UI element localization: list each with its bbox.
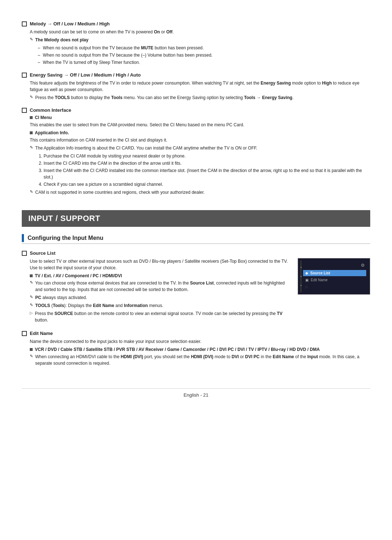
edit-name-sub-label: VCR / DVD / Cable STB / Satellite STB / … [35, 347, 320, 352]
source-note-2-icon: ✎ [30, 295, 33, 299]
app-info-subheading: Application Info. [30, 130, 370, 135]
melody-bullet-2: When no sound is output from the TV beca… [38, 52, 370, 58]
app-info-note-icon: ✎ [30, 145, 33, 150]
source-note-3: ✎ TOOLS (Tools): Displays the Edit Name … [30, 302, 290, 309]
melody-bullet-1: When no sound is output from the TV beca… [38, 45, 370, 51]
app-info-note: ✎ The Application Info inserting is abou… [30, 145, 370, 151]
source-press-text: Press the SOURCE button on the remote co… [35, 310, 290, 323]
ci-menu-subheading: CI Menu [30, 115, 370, 120]
tv-ext-subheading: TV / Ext. / AV / Component / PC / HDMI/D… [30, 273, 290, 278]
app-info-step-2: Insert the CI CARD into the CAM in the d… [44, 160, 370, 167]
page-footer: English - 21 [22, 388, 370, 398]
energy-saving-note-text: Press the TOOLS button to display the To… [35, 94, 294, 101]
melody-heading: Melody → Off / Low / Medium / High [22, 21, 370, 26]
energy-saving-label: Energy Saving → Off / Low / Medium / Hig… [30, 72, 141, 78]
app-info-body: This contains information on CAM inserte… [30, 137, 370, 143]
source-note-3-icon: ✎ [30, 303, 33, 307]
energy-saving-note-icon: ✎ [30, 95, 33, 99]
tv-ext-label: TV / Ext. / AV / Component / PC / HDMI/D… [35, 273, 122, 278]
source-note-1-text: You can choose only those external devic… [35, 280, 290, 293]
tv-ext-square-icon [30, 274, 33, 277]
sl-edit-name-icon: ▣ [305, 278, 309, 282]
sl-rows: ⚙ ◈ Source List ▣ Edit Name □ [302, 261, 368, 292]
source-list-checkbox-icon [22, 251, 27, 256]
melody-label: Melody → Off / Low / Medium / High [30, 21, 110, 26]
chapter-banner: INPUT / SUPPORT [22, 210, 370, 227]
edit-name-label: Edit Name [30, 331, 53, 336]
source-list-panel: Use to select TV or other external input… [22, 258, 370, 325]
sl-empty-icon: □ [305, 285, 307, 289]
energy-saving-note: ✎ Press the TOOLS button to display the … [30, 94, 370, 101]
ci-menu-square-icon [30, 116, 33, 119]
source-note-2-text: PC always stays activated. [35, 294, 87, 301]
edit-name-note: ✎ When connecting an HDMI/DVI cable to t… [30, 353, 370, 367]
source-note-1-icon: ✎ [30, 280, 33, 285]
chapter-title: INPUT / SUPPORT [28, 214, 100, 223]
source-note-3-text: TOOLS (Tools): Displays the Edit Name an… [35, 302, 163, 309]
app-info-note-text: The Application Info inserting is about … [35, 145, 257, 151]
energy-saving-heading: Energy Saving → Off / Low / Medium / Hig… [22, 72, 370, 78]
common-interface-label: Common Interface [30, 107, 71, 113]
edit-name-body: Name the device connected to the input j… [30, 338, 370, 345]
edit-name-subheading: VCR / DVD / Cable STB / Satellite STB / … [30, 347, 370, 352]
source-list-image-panel: ⚙ ◈ Source List ▣ Edit Name □ [298, 258, 370, 295]
app-info-step-3: Insert the CAM with the CI CARD installe… [44, 167, 370, 180]
melody-bullet-list: When no sound is output from the TV beca… [38, 45, 370, 66]
sl-source-list-icon: ◈ [305, 271, 308, 275]
source-note-1: ✎ You can choose only those external dev… [30, 280, 290, 293]
app-info-numbered-list: Purchase the CI CAM module by visiting y… [38, 153, 370, 188]
edit-name-heading: Edit Name [22, 331, 370, 336]
sl-row-edit-name: ▣ Edit Name [303, 277, 366, 283]
melody-checkbox-icon [22, 21, 27, 26]
sl-edit-name-label: Edit Name [311, 278, 328, 282]
energy-saving-checkbox-icon [22, 73, 27, 78]
source-press-note: ▷ Press the SOURCE button on the remote … [30, 310, 290, 323]
sl-row-source-list: ◈ Source List [303, 270, 366, 276]
common-interface-heading: Common Interface [22, 107, 370, 113]
sl-gear-icon: ⚙ [361, 263, 365, 268]
app-info-footer-note-text: CAM is not supported in some countries a… [35, 189, 205, 196]
app-info-footer-note: ✎ CAM is not supported in some countries… [30, 189, 370, 196]
footer-text: English - 21 [184, 392, 209, 398]
app-info-step-1: Purchase the CI CAM module by visiting y… [44, 153, 370, 159]
app-info-label: Application Info. [35, 130, 69, 135]
melody-body: A melody sound can be set to come on whe… [30, 29, 370, 35]
sl-source-list-label: Source List [310, 271, 330, 275]
ci-menu-body: This enables the user to select from the… [30, 122, 370, 128]
source-list-text-content: Use to select TV or other external input… [22, 258, 290, 325]
melody-note-heading: ✎ The Melody does not play [30, 37, 370, 43]
source-list-label: Source List [30, 250, 56, 256]
section-heading-bar: Configuring the Input Menu [22, 234, 370, 244]
app-info-step-4: Check if you can see a picture on a scra… [44, 181, 370, 188]
edit-name-note-text: When connecting an HDMI/DVI cable to the… [35, 353, 370, 367]
note-ref-icon: ✎ [30, 37, 33, 42]
sl-row-gear: ⚙ [303, 262, 366, 269]
melody-note-text: The Melody does not play [35, 37, 89, 43]
source-press-icon: ▷ [30, 311, 33, 315]
top-content: Melody → Off / Low / Medium / High A mel… [22, 21, 370, 196]
sl-image-container: ⚙ ◈ Source List ▣ Edit Name □ [300, 261, 368, 292]
app-info-footer-note-icon: ✎ [30, 189, 33, 194]
sl-row-empty: □ [303, 284, 366, 290]
app-info-square-icon [30, 131, 33, 134]
edit-name-note-icon: ✎ [30, 354, 33, 359]
edit-name-checkbox-icon [22, 331, 27, 336]
source-list-heading: Source List [22, 250, 370, 256]
source-note-2: ✎ PC always stays activated. [30, 294, 290, 301]
energy-saving-body: This feature adjusts the brightness of t… [30, 80, 370, 93]
source-list-body: Use to select TV or other external input… [30, 258, 290, 271]
common-interface-checkbox-icon [22, 108, 27, 113]
melody-bullet-3: When the TV is turned off by Sleep Timer… [38, 59, 370, 66]
blue-bar-icon [22, 234, 24, 242]
ci-menu-label: CI Menu [35, 115, 52, 120]
edit-name-square-icon [30, 348, 33, 351]
section-heading-label: Configuring the Input Menu [28, 235, 103, 241]
